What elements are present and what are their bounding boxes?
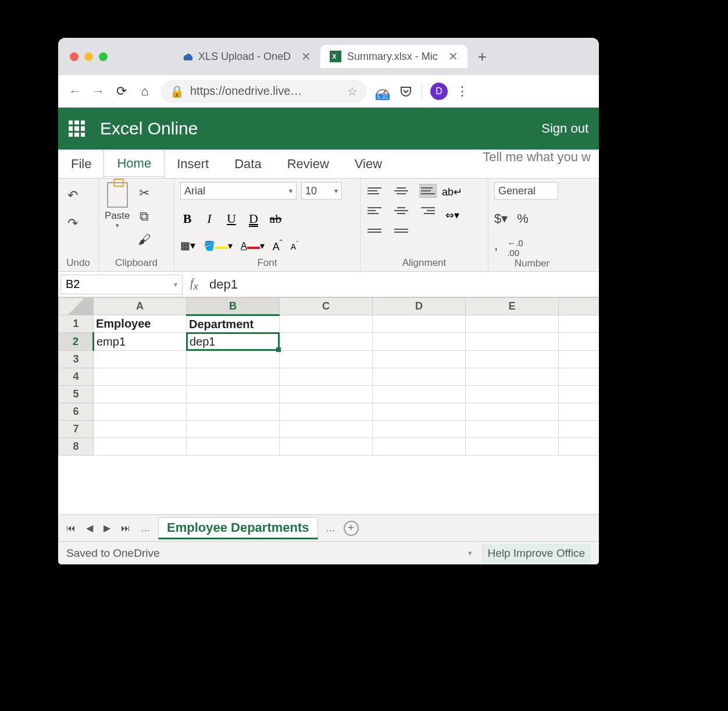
- sheet-list-menu[interactable]: …: [138, 523, 152, 534]
- menu-review[interactable]: Review: [274, 150, 342, 178]
- cell-f1[interactable]: [559, 315, 599, 333]
- fill-color-button[interactable]: 🪣▾: [204, 240, 233, 251]
- menu-data[interactable]: Data: [222, 150, 274, 178]
- cell-d1[interactable]: [373, 315, 466, 333]
- fx-icon[interactable]: fx: [183, 276, 206, 293]
- row-header-5[interactable]: 5: [59, 386, 94, 403]
- row-header-8[interactable]: 8: [59, 438, 94, 456]
- maximize-window-button[interactable]: [99, 52, 108, 61]
- select-all-corner[interactable]: [59, 298, 94, 315]
- paste-button[interactable]: Paste ▾: [105, 182, 130, 229]
- row-header-6[interactable]: 6: [59, 403, 94, 421]
- merge-center-button[interactable]: ⇔▾: [445, 209, 459, 222]
- sign-out-link[interactable]: Sign out: [541, 121, 588, 136]
- home-button[interactable]: ⌂: [137, 84, 152, 99]
- row-header-3[interactable]: 3: [59, 351, 94, 368]
- comma-button[interactable]: ,: [494, 238, 498, 258]
- font-color-button[interactable]: A▾: [241, 240, 265, 251]
- new-tab-button[interactable]: +: [468, 48, 497, 66]
- cell-f2[interactable]: [559, 333, 599, 351]
- close-tab-icon[interactable]: ✕: [448, 49, 458, 63]
- reload-button[interactable]: ⟳: [114, 84, 129, 99]
- number-format-select[interactable]: General: [494, 182, 558, 200]
- row-header-4[interactable]: 4: [59, 368, 94, 386]
- cell-e2[interactable]: [466, 333, 559, 351]
- align-center-button[interactable]: [393, 204, 409, 217]
- col-header-a[interactable]: A: [94, 298, 187, 315]
- cell-b1[interactable]: Department: [187, 315, 280, 333]
- menu-view[interactable]: View: [342, 150, 395, 178]
- back-button[interactable]: ←: [67, 84, 83, 99]
- cell-d2[interactable]: [373, 333, 466, 351]
- row-header-2[interactable]: 2: [59, 333, 94, 351]
- underline-button[interactable]: U: [224, 211, 238, 226]
- shrink-font-button[interactable]: Aˇ: [291, 240, 298, 251]
- add-sheet-button[interactable]: +: [344, 521, 359, 536]
- sheet-nav-prev-icon[interactable]: ◀: [84, 522, 95, 534]
- increase-indent-button[interactable]: [393, 224, 409, 237]
- col-header-c[interactable]: C: [280, 298, 373, 315]
- menu-home[interactable]: Home: [104, 150, 164, 179]
- menu-file[interactable]: File: [58, 150, 104, 178]
- menu-insert[interactable]: Insert: [164, 150, 222, 178]
- font-size-select[interactable]: 10▾: [301, 182, 342, 200]
- sheet-tab-active[interactable]: Employee Departments: [158, 517, 318, 539]
- grow-font-button[interactable]: Aˆ: [273, 238, 283, 253]
- cell-a2[interactable]: emp1: [94, 333, 187, 351]
- col-header-d[interactable]: D: [373, 298, 466, 315]
- wrap-text-button[interactable]: ab↵: [442, 186, 462, 198]
- increase-decimal-button[interactable]: ←.0.00: [507, 238, 523, 258]
- italic-button[interactable]: I: [202, 211, 216, 226]
- app-launcher-icon[interactable]: [69, 120, 85, 137]
- sheet-nav-next-icon[interactable]: ▶: [101, 522, 113, 534]
- align-middle-button[interactable]: [393, 184, 409, 197]
- currency-button[interactable]: $▾: [494, 211, 508, 226]
- close-window-button[interactable]: [70, 52, 78, 61]
- status-dropdown-icon[interactable]: ▾: [468, 549, 472, 557]
- cut-button[interactable]: ✂: [135, 184, 153, 202]
- format-painter-button[interactable]: 🖌: [135, 231, 153, 248]
- decrease-indent-button[interactable]: [366, 224, 383, 237]
- align-bottom-button[interactable]: [420, 184, 436, 197]
- browser-tab-excel[interactable]: X Summary.xlsx - Mic ✕: [320, 45, 468, 68]
- bold-button[interactable]: B: [180, 211, 194, 226]
- strikethrough-button[interactable]: ab: [269, 211, 283, 226]
- address-bar[interactable]: 🔒 https://onedrive.live… ☆: [160, 80, 367, 103]
- undo-button[interactable]: ↶: [64, 187, 81, 204]
- row-header-7[interactable]: 7: [59, 421, 94, 438]
- align-right-button[interactable]: [420, 204, 436, 217]
- font-name-select[interactable]: Arial▾: [180, 182, 297, 200]
- formula-input[interactable]: dep1: [206, 277, 599, 292]
- col-header-f[interactable]: F: [559, 298, 599, 315]
- name-box[interactable]: B2▾: [60, 275, 183, 294]
- minimize-window-button[interactable]: [84, 52, 93, 61]
- cell-c1[interactable]: [280, 315, 373, 333]
- forward-button[interactable]: →: [91, 84, 106, 99]
- profile-avatar[interactable]: D: [430, 83, 448, 100]
- cell-b2[interactable]: dep1: [187, 333, 279, 350]
- redo-button[interactable]: ↷: [64, 215, 81, 232]
- col-header-b[interactable]: B: [187, 298, 280, 315]
- close-tab-icon[interactable]: ✕: [301, 49, 311, 63]
- align-top-button[interactable]: [366, 184, 383, 197]
- help-improve-office-link[interactable]: Help Improve Office: [481, 543, 591, 563]
- tell-me-search[interactable]: Tell me what you w: [483, 150, 599, 178]
- spreadsheet-grid[interactable]: A B C D E F 1 Employee Department 2 emp1…: [58, 297, 599, 514]
- align-left-button[interactable]: [366, 204, 383, 217]
- sheet-tab-overflow[interactable]: …: [324, 523, 338, 534]
- borders-button[interactable]: ▦▾: [180, 239, 195, 252]
- col-header-e[interactable]: E: [466, 298, 559, 315]
- cell-e1[interactable]: [466, 315, 559, 333]
- extension-speed[interactable]: 5.31: [375, 84, 390, 99]
- sheet-nav-last-icon[interactable]: ⏭: [119, 523, 133, 534]
- cell-a1[interactable]: Employee: [94, 315, 187, 333]
- browser-menu-button[interactable]: ⋮: [456, 84, 469, 99]
- cell-c2[interactable]: [280, 333, 373, 351]
- sheet-nav-first-icon[interactable]: ⏮: [64, 523, 78, 534]
- double-underline-button[interactable]: D: [247, 211, 260, 226]
- percent-button[interactable]: %: [517, 211, 529, 226]
- bookmark-star-icon[interactable]: ☆: [347, 84, 358, 98]
- browser-tab-onedrive[interactable]: XLS Upload - OneD ✕: [172, 45, 320, 68]
- row-header-1[interactable]: 1: [59, 315, 94, 333]
- extension-pocket[interactable]: [398, 84, 413, 99]
